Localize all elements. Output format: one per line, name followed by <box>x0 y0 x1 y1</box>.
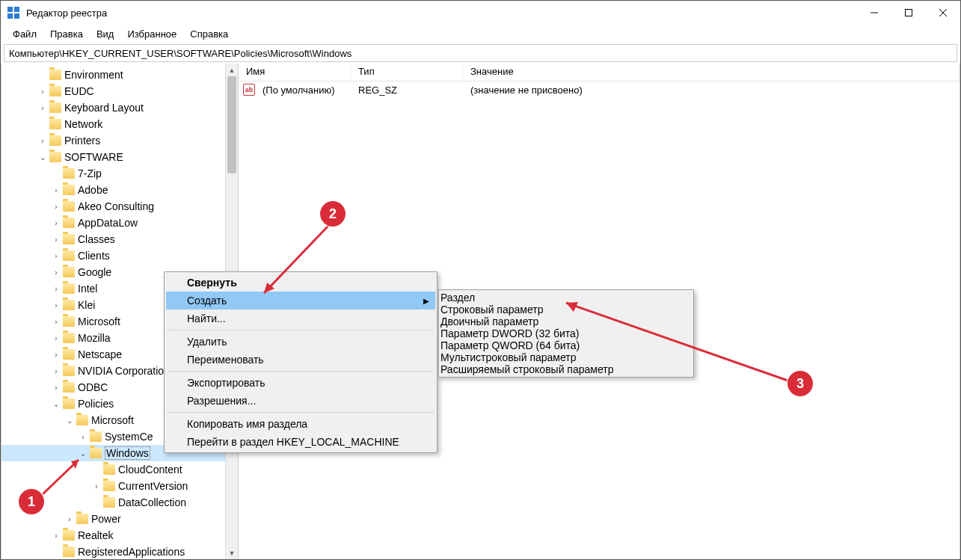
chevron-right-icon[interactable]: › <box>51 532 61 540</box>
scroll-thumb[interactable] <box>227 76 236 173</box>
chevron-right-icon[interactable]: › <box>91 482 102 490</box>
submenu-item-мультистроковый-параметр[interactable]: Мультистроковый параметр <box>440 351 692 363</box>
menu-edit[interactable]: Правка <box>44 27 89 41</box>
close-button[interactable] <box>926 1 960 25</box>
chevron-right-icon[interactable]: › <box>51 268 61 277</box>
menu-item-label: Раздел <box>440 292 475 304</box>
menu-item-удалить[interactable]: Удалить <box>166 333 435 351</box>
tree-item-clients[interactable]: ›Clients <box>1 247 238 264</box>
folder-icon <box>63 250 75 261</box>
menu-item-перейти-в-раздел-hkey-local-machine[interactable]: Перейти в раздел HKEY_LOCAL_MACHINE <box>166 433 435 451</box>
menu-item-label: Найти... <box>187 313 226 324</box>
chevron-down-icon[interactable]: ⌄ <box>64 416 75 425</box>
tree-item-label: Microsoft <box>78 316 120 327</box>
tree-item-label: Power <box>91 513 121 525</box>
tree-item-7-zip[interactable]: 7-Zip <box>1 165 238 182</box>
folder-icon <box>76 415 88 425</box>
maximize-button[interactable] <box>891 1 926 25</box>
tree-item-classes[interactable]: ›Classes <box>1 231 238 247</box>
chevron-right-icon[interactable]: › <box>51 318 61 326</box>
chevron-right-icon[interactable]: › <box>51 384 61 392</box>
menu-item-свернуть[interactable]: Свернуть <box>166 274 435 292</box>
folder-icon <box>49 152 61 162</box>
tree-item-adobe[interactable]: ›Adobe <box>1 182 238 198</box>
chevron-right-icon[interactable]: › <box>51 301 61 310</box>
tree-item-label: Google <box>78 266 111 278</box>
chevron-right-icon[interactable]: › <box>37 104 48 112</box>
tree-item-label: Clients <box>78 250 110 262</box>
minimize-button[interactable] <box>857 1 891 25</box>
tree-item-printers[interactable]: ›Printers <box>1 132 238 149</box>
chevron-right-icon[interactable]: › <box>51 252 61 260</box>
list-row[interactable]: ab (По умолчанию) REG_SZ (значение не пр… <box>239 81 960 98</box>
menu-help[interactable]: Справка <box>184 27 234 41</box>
menu-item-найти-[interactable]: Найти... <box>166 310 435 327</box>
chevron-right-icon[interactable]: › <box>37 137 48 145</box>
chevron-right-icon[interactable]: › <box>37 87 48 96</box>
submenu-item-параметр-dword-32-бита-[interactable]: Параметр DWORD (32 бита) <box>440 327 692 339</box>
folder-icon <box>63 267 75 277</box>
address-bar[interactable]: Компьютер\HKEY_CURRENT_USER\SOFTWARE\Pol… <box>4 44 957 62</box>
chevron-right-icon[interactable]: › <box>51 203 61 211</box>
folder-icon <box>103 481 115 491</box>
tree-item-akeo-consulting[interactable]: ›Akeo Consulting <box>1 198 238 215</box>
reg-sz-icon: ab <box>243 84 255 96</box>
tree-item-label: Netscape <box>78 348 122 360</box>
folder-icon <box>63 399 75 409</box>
tree-item-registeredapplications[interactable]: RegisteredApplications <box>1 544 238 559</box>
svg-rect-3 <box>14 13 19 19</box>
tree-item-eudc[interactable]: ›EUDC <box>1 83 238 99</box>
chevron-right-icon[interactable]: › <box>51 186 61 194</box>
menu-item-разрешения-[interactable]: Разрешения... <box>166 392 435 410</box>
chevron-right-icon: ▶ <box>423 297 429 305</box>
chevron-right-icon[interactable]: › <box>51 367 61 375</box>
chevron-down-icon[interactable]: ⌄ <box>51 400 61 408</box>
folder-icon <box>49 102 61 113</box>
menu-view[interactable]: Вид <box>90 27 120 41</box>
submenu-create[interactable]: РазделСтроковый параметрДвоичный парамет… <box>438 289 694 378</box>
chevron-right-icon[interactable]: › <box>51 219 61 227</box>
scroll-up-icon[interactable]: ▲ <box>226 64 238 76</box>
annotation-badge-2: 2 <box>320 201 346 227</box>
submenu-item-параметр-qword-64-бита-[interactable]: Параметр QWORD (64 бита) <box>440 339 692 351</box>
chevron-right-icon[interactable]: › <box>51 285 61 293</box>
folder-icon <box>63 234 75 244</box>
submenu-item-раздел[interactable]: Раздел <box>440 292 692 304</box>
tree-item-keyboard-layout[interactable]: ›Keyboard Layout <box>1 99 238 116</box>
tree-item-cloudcontent[interactable]: CloudContent <box>1 461 238 478</box>
menu-item-копировать-имя-раздела[interactable]: Копировать имя раздела <box>166 415 435 433</box>
menu-item-label: Перейти в раздел HKEY_LOCAL_MACHINE <box>187 436 399 448</box>
menu-favorites[interactable]: Избранное <box>121 27 182 41</box>
chevron-right-icon[interactable]: › <box>51 236 61 244</box>
tree-item-appdatalow[interactable]: ›AppDataLow <box>1 215 238 231</box>
chevron-down-icon[interactable]: ⌄ <box>37 153 48 161</box>
chevron-right-icon[interactable]: › <box>78 433 88 441</box>
folder-icon <box>49 119 61 129</box>
menu-item-label: Строковый параметр <box>440 304 543 316</box>
scroll-down-icon[interactable]: ▼ <box>226 547 238 559</box>
submenu-item-расширяемый-строковый-параметр[interactable]: Расширяемый строковый параметр <box>440 363 692 375</box>
tree-item-network[interactable]: Network <box>1 116 238 132</box>
menu-file[interactable]: Файл <box>7 27 43 41</box>
col-header-name[interactable]: Имя <box>239 64 351 81</box>
tree-item-software[interactable]: ⌄SOFTWARE <box>1 149 238 165</box>
chevron-right-icon[interactable]: › <box>51 351 61 359</box>
app-icon <box>7 6 20 19</box>
tree-item-label: Realtek <box>78 529 113 541</box>
col-header-type[interactable]: Тип <box>351 64 463 81</box>
context-menu[interactable]: СвернутьСоздать▶Найти...УдалитьПереимено… <box>164 271 437 453</box>
submenu-item-строковый-параметр[interactable]: Строковый параметр <box>440 304 692 316</box>
menu-item-переименовать[interactable]: Переименовать <box>166 351 435 369</box>
tree-item-realtek[interactable]: ›Realtek <box>1 527 238 544</box>
tree-item-environment[interactable]: Environment <box>1 67 238 83</box>
tree-item-label: CloudContent <box>118 464 182 476</box>
col-header-value[interactable]: Значение <box>463 64 960 81</box>
chevron-right-icon[interactable]: › <box>64 515 75 523</box>
menu-item-создать[interactable]: Создать▶ <box>166 292 435 310</box>
submenu-item-двоичный-параметр[interactable]: Двоичный параметр <box>440 316 692 327</box>
folder-icon <box>76 514 88 524</box>
menu-item-экспортировать[interactable]: Экспортировать <box>166 374 435 392</box>
chevron-down-icon[interactable]: ⌄ <box>78 449 88 458</box>
menu-separator <box>168 330 434 330</box>
chevron-right-icon[interactable]: › <box>51 334 61 342</box>
